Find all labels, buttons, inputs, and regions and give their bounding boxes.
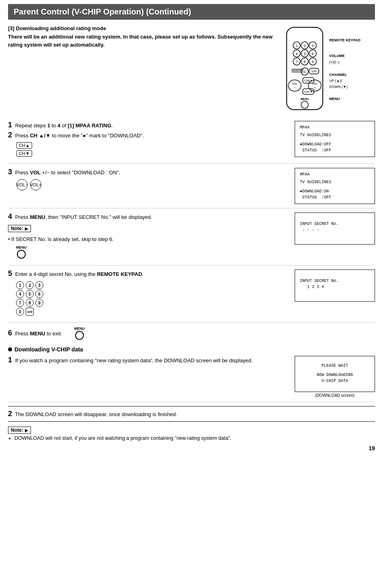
ch-buttons: CH▲ CH▼: [16, 142, 291, 157]
svg-text:2: 2: [304, 44, 306, 48]
svg-text:VOL: VOL: [292, 82, 297, 85]
step-6-text: 6 Press MENU to exit. MENU: [8, 327, 291, 340]
screen-3-title1: MPAA: [300, 172, 370, 178]
screen-3-content: ●DOWNLOAD:ON STATUS :OFF: [300, 188, 370, 200]
step-1-num: 1: [8, 121, 12, 129]
download-step-1: 1 If you watch a program containing "new…: [8, 356, 375, 402]
step-4: 4 Press MENU, then "INPUT SECRET No." wi…: [8, 212, 375, 265]
bottom-note-label: Note: ▶: [8, 427, 31, 434]
screen-2-title2: TV GUIDELINES: [300, 132, 370, 138]
step-5: 5 Enter a 4-digit secret No. using the R…: [8, 270, 375, 323]
key-7[interactable]: 7: [16, 299, 24, 307]
step-4-note: Note: ▶: [8, 225, 31, 232]
svg-text:VOL: VOL: [312, 82, 318, 85]
svg-text:CHV▼: CHV▼: [304, 90, 313, 93]
channel-up-label: UP (▲)/: [329, 78, 342, 84]
screen-5-content: INPUT SECRET No. 1 2 3 4: [300, 278, 370, 290]
svg-text:9: 9: [312, 60, 314, 64]
vol-plus-btn[interactable]: VOL+: [30, 179, 41, 190]
download-step-1-screen: PLEASE WAIT NOW DOWNLOADING V-CHIP DATA …: [295, 356, 375, 398]
vol-buttons: VOL− VOL+: [16, 179, 291, 191]
step-4-note-bullet: • If SECRET No. is already set, skip to …: [8, 236, 291, 242]
download-heading: Downloading V-CHIP data: [8, 346, 375, 353]
section-intro-text: [3] Downloading additional rating mode T…: [8, 25, 275, 49]
svg-text:3: 3: [312, 44, 314, 48]
bottom-note-bullet: DOWNLOAD will not start, if you are not …: [14, 435, 375, 441]
menu-button-4: MENU: [16, 245, 291, 259]
ch-down-btn[interactable]: CH▼: [16, 150, 32, 157]
svg-text:MENU: MENU: [301, 98, 309, 100]
svg-text:1: 1: [295, 44, 297, 48]
key-4[interactable]: 4: [16, 290, 24, 298]
svg-text:5: 5: [304, 52, 306, 56]
key-2[interactable]: 2: [26, 281, 34, 289]
svg-text:7: 7: [295, 60, 297, 64]
step-5-screen: INPUT SECRET No. 1 2 3 4: [295, 270, 375, 302]
volume-label: VOLUME: [329, 53, 345, 59]
key-6[interactable]: 6: [35, 290, 43, 298]
key-5[interactable]: 5: [26, 290, 34, 298]
key-100[interactable]: 100: [26, 308, 34, 316]
section-body: There will be an additional new rating s…: [8, 33, 275, 49]
volume-detail-label: (+)/(−): [329, 59, 339, 65]
svg-text:FLASHBACK: FLASHBACK: [290, 70, 305, 72]
download-screen-caption: (DOWNLOAD screen): [295, 393, 375, 398]
key-8[interactable]: 8: [26, 299, 34, 307]
menu-label: MENU: [329, 96, 340, 102]
screen-2-content: ●DOWNLOAD:OFF STATUS :OFF: [300, 141, 370, 153]
step-2-screen: MPAA TV GUIDELINES ●DOWNLOAD:OFF STATUS …: [295, 121, 375, 157]
step-1: 1 Repeat steps 1 to 4 of [1] MPAA RATING…: [8, 121, 375, 164]
step-1-text: 1 Repeat steps 1 to 4 of [1] MPAA RATING…: [8, 121, 291, 159]
screen-2-title1: MPAA: [300, 125, 370, 131]
divider: [8, 406, 375, 406]
page-number: 19: [8, 445, 375, 451]
svg-text:4: 4: [295, 52, 297, 56]
divider-2: [8, 421, 375, 422]
remote-keypad-label: REMOTE KEYPAD: [329, 37, 361, 43]
svg-text:+: +: [314, 86, 316, 90]
remote-svg: 1 2 3 4 5 6 7 8 9 FLASHBACK 0 1: [283, 25, 327, 114]
download-step-1-text: 1 If you watch a program containing "new…: [8, 356, 291, 364]
svg-point-36: [301, 101, 308, 108]
key-9[interactable]: 9: [35, 299, 43, 307]
channel-down-label: DOWN (▼): [329, 84, 348, 90]
ch-up-btn[interactable]: CH▲: [16, 142, 32, 149]
svg-text:0: 0: [304, 70, 306, 74]
section-heading: Downloading additional rating mode: [16, 25, 106, 31]
channel-label: CHANNEL: [329, 72, 347, 78]
step-3-screen: MPAA TV GUIDELINES ●DOWNLOAD:ON STATUS :…: [295, 168, 375, 204]
section-num: [3]: [8, 25, 14, 31]
step-6: 6 Press MENU to exit. MENU: [8, 327, 375, 341]
step-2-num: 2: [8, 131, 12, 139]
remote-diagram: 1 2 3 4 5 6 7 8 9 FLASHBACK 0 1: [283, 25, 375, 114]
bottom-note: Note: ▶ DOWNLOAD will not start, if you …: [8, 425, 375, 441]
step-3: 3 Press VOL +/− to select "DOWNLOAD : ON…: [8, 168, 375, 208]
svg-text:100: 100: [311, 69, 317, 73]
step-4-text: 4 Press MENU, then "INPUT SECRET No." wi…: [8, 212, 291, 261]
page-title: Parent Control (V-CHIP Operation) (Conti…: [8, 4, 375, 20]
keypad-grid: 1 2 3 4 5 6 7 8 9 0 100: [16, 281, 291, 316]
download-step-2-text: 2 The DOWNLOAD screen will disappear, on…: [8, 410, 375, 418]
step-4-screen: INPUT SECRET No. - - - -: [295, 212, 375, 245]
key-0[interactable]: 0: [16, 308, 24, 316]
download-screen-line3: V-CHIP DATA: [300, 378, 370, 384]
download-screen-line2: NOW DOWNLOADING: [300, 372, 370, 378]
download-screen-line1: PLEASE WAIT: [300, 363, 370, 369]
vol-minus-btn[interactable]: VOL−: [16, 179, 28, 190]
remote-labels: REMOTE KEYPAD VOLUME (+)/(−) CHANNEL UP …: [329, 25, 361, 102]
svg-text:6: 6: [312, 52, 314, 56]
download-section: Downloading V-CHIP data 1 If you watch a…: [8, 346, 375, 441]
screen-4-content: INPUT SECRET No. - - - -: [300, 221, 370, 233]
svg-text:−: −: [294, 86, 296, 90]
svg-text:8: 8: [304, 60, 306, 64]
screen-3-title2: TV GUIDELINES: [300, 179, 370, 185]
step-3-text: 3 Press VOL +/− to select "DOWNLOAD : ON…: [8, 168, 291, 193]
key-3[interactable]: 3: [35, 281, 43, 289]
key-1[interactable]: 1: [16, 281, 24, 289]
menu-button-6: MENU: [74, 327, 85, 340]
step-5-text: 5 Enter a 4-digit secret No. using the R…: [8, 270, 291, 318]
